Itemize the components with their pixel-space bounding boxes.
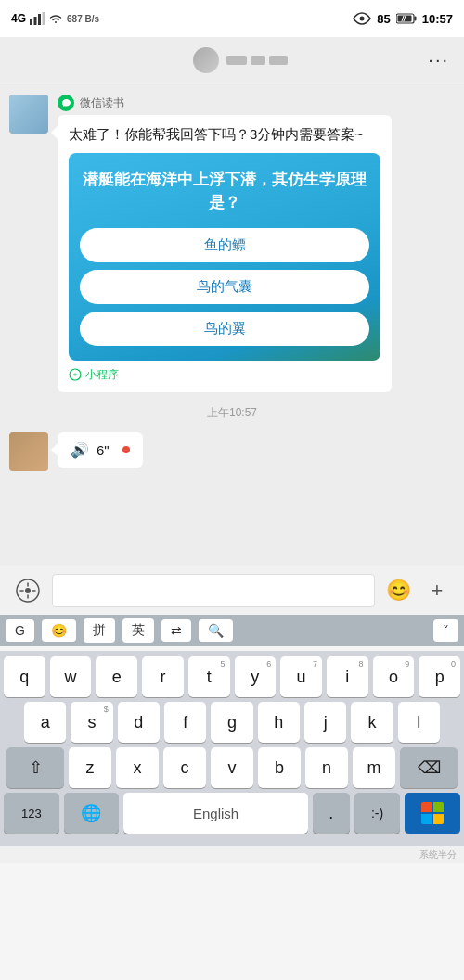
card-option-3[interactable]: 鸟的翼 <box>80 312 369 346</box>
key-shift[interactable]: ⇧ <box>6 747 64 788</box>
signal-icon: 4G <box>11 12 26 25</box>
key-g[interactable]: g <box>211 702 252 743</box>
card-option-1[interactable]: 鱼的鳔 <box>80 228 369 262</box>
svg-point-12 <box>25 588 31 593</box>
mini-program-label: 小程序 <box>69 366 380 383</box>
mini-card[interactable]: 潜艇能在海洋中上浮下潜，其仿生学原理是？ 鱼的鳔 鸟的气囊 鸟的翼 <box>69 153 380 361</box>
voice-toggle-icon <box>16 579 40 603</box>
keyboard: q w e r 5t 6y 7u 8i 9o 0p a $s d f g h j… <box>0 651 464 846</box>
card-question: 潜艇能在海洋中上浮下潜，其仿生学原理是？ <box>80 168 369 215</box>
key-z[interactable]: z <box>69 747 111 788</box>
key-n[interactable]: n <box>305 747 348 788</box>
key-j[interactable]: j <box>304 702 346 743</box>
unread-dot <box>122 446 130 453</box>
kb-input-modes: G 😊 拼 英 ⇄ 🔍 <box>6 618 233 643</box>
key-v[interactable]: v <box>211 747 253 788</box>
chat-title <box>52 47 428 73</box>
voice-bubble-wrap: 🔊 6" <box>58 432 143 468</box>
timestamp: 上午10:57 <box>9 405 455 421</box>
key-smiley[interactable]: :-) <box>354 793 401 834</box>
message-row-voice: 🔊 6" <box>9 432 455 471</box>
key-123[interactable]: 123 <box>4 793 59 834</box>
windows-icon <box>421 802 444 824</box>
more-options-button[interactable]: ··· <box>428 49 449 70</box>
key-q[interactable]: q <box>4 656 45 697</box>
battery-icon <box>396 13 417 24</box>
svg-rect-2 <box>38 14 41 25</box>
watermark: 系统半分 <box>0 846 464 863</box>
kb-search[interactable]: 🔍 <box>199 619 233 642</box>
battery-indicator: 85 <box>377 12 390 26</box>
key-windows[interactable] <box>405 793 460 834</box>
svg-rect-7 <box>414 17 416 21</box>
keyboard-bottom-row: 123 🌐 English . :-) <box>4 793 460 834</box>
status-left: 4G 687 B/s <box>11 12 99 25</box>
kb-english[interactable]: 英 <box>122 618 154 643</box>
key-e[interactable]: e <box>96 656 137 697</box>
card-option-2[interactable]: 鸟的气囊 <box>80 270 369 304</box>
keyboard-row-3: ⇧ z x c v b n m ⌫ <box>4 747 460 788</box>
clock: 10:57 <box>422 12 453 26</box>
key-u[interactable]: 7u <box>280 656 322 697</box>
key-l[interactable]: l <box>398 702 440 743</box>
key-k[interactable]: k <box>351 702 393 743</box>
voice-bubble[interactable]: 🔊 6" <box>58 432 143 468</box>
safe-area <box>4 837 460 843</box>
svg-rect-0 <box>30 19 32 25</box>
chat-area: 微信读书 太难了！你能帮我回答下吗？3分钟内需要答案~ 潜艇能在海洋中上浮下潜，… <box>0 83 464 566</box>
key-delete[interactable]: ⌫ <box>400 747 458 788</box>
add-button[interactable]: + <box>421 575 453 606</box>
keyboard-top-row: G 😊 拼 英 ⇄ 🔍 ˅ <box>0 615 464 646</box>
bubble-wrap: 微信读书 太难了！你能帮我回答下吗？3分钟内需要答案~ 潜艇能在海洋中上浮下潜，… <box>58 95 392 392</box>
svg-rect-1 <box>34 17 37 25</box>
key-m[interactable]: m <box>353 747 395 788</box>
key-p[interactable]: 0p <box>419 656 460 697</box>
keyboard-row-2: a $s d f g h j k l <box>4 702 460 743</box>
key-a[interactable]: a <box>24 702 66 743</box>
avatar-sender <box>9 95 48 134</box>
emoji-button[interactable]: 😊 <box>382 575 414 606</box>
bubble-text: 太难了！你能帮我回答下吗？3分钟内需要答案~ 潜艇能在海洋中上浮下潜，其仿生学原… <box>58 115 392 392</box>
speed-indicator: 687 B/s <box>67 14 99 24</box>
voice-input-button[interactable] <box>11 574 45 607</box>
status-bar: 4G 687 B/s 85 10:57 <box>0 0 464 37</box>
key-d[interactable]: d <box>118 702 160 743</box>
key-period[interactable]: . <box>313 793 350 834</box>
key-y[interactable]: 6y <box>235 656 277 697</box>
voice-icon: 🔊 <box>71 441 89 459</box>
wifi-icon <box>48 13 63 24</box>
key-t[interactable]: 5t <box>188 656 230 697</box>
mini-program-icon <box>69 368 82 381</box>
kb-collapse[interactable]: ˅ <box>433 619 458 642</box>
sender-name: 微信读书 <box>58 95 392 111</box>
keyboard-row-1: q w e r 5t 6y 7u 8i 9o 0p <box>4 656 460 697</box>
avatar-voice <box>9 432 48 471</box>
kb-google[interactable]: G <box>6 619 34 642</box>
key-x[interactable]: x <box>116 747 159 788</box>
key-w[interactable]: w <box>50 656 92 697</box>
svg-point-4 <box>360 17 365 21</box>
key-r[interactable]: r <box>142 656 184 697</box>
svg-rect-3 <box>43 12 45 25</box>
voice-duration: 6" <box>97 442 110 458</box>
kb-emoji-top[interactable]: 😊 <box>42 619 76 642</box>
app-icon <box>58 95 74 111</box>
cellular-icon <box>30 12 45 25</box>
key-b[interactable]: b <box>258 747 301 788</box>
key-space[interactable]: English <box>123 793 308 834</box>
key-globe[interactable]: 🌐 <box>64 793 120 834</box>
message-row-incoming: 微信读书 太难了！你能帮我回答下吗？3分钟内需要答案~ 潜艇能在海洋中上浮下潜，… <box>9 95 455 392</box>
key-s[interactable]: $s <box>71 702 112 743</box>
kb-pinyin[interactable]: 拼 <box>84 618 115 643</box>
key-i[interactable]: 8i <box>327 656 368 697</box>
eye-icon <box>353 12 371 25</box>
input-area: 😊 + <box>0 566 464 615</box>
key-h[interactable]: h <box>258 702 300 743</box>
key-o[interactable]: 9o <box>373 656 415 697</box>
key-f[interactable]: f <box>164 702 206 743</box>
chat-header: ··· <box>0 37 464 83</box>
kb-switch[interactable]: ⇄ <box>161 619 191 642</box>
text-input[interactable] <box>52 574 375 607</box>
status-right: 85 10:57 <box>353 12 453 26</box>
key-c[interactable]: c <box>163 747 206 788</box>
